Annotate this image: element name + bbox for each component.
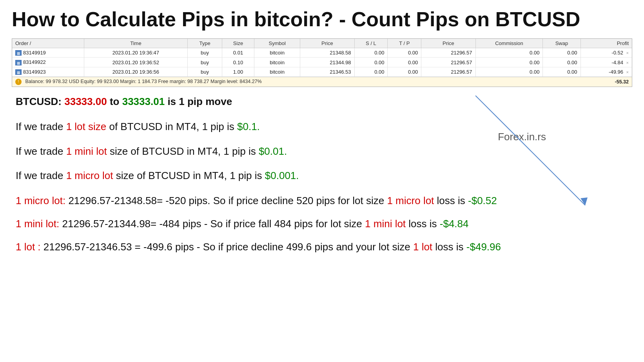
cell-order: ▦83149923 — [12, 67, 84, 77]
close-icon[interactable]: × — [626, 70, 629, 74]
total-loss: -55.32 — [615, 79, 629, 85]
balance-info: Balance: 99 978.32 USD Equity: 99 923.00… — [25, 79, 261, 85]
cell-commission: 0.00 — [475, 48, 543, 58]
pip-move-suffix: is 1 pip move — [167, 96, 232, 107]
calc-text-0: 21296.57-21348.58= -520 pips. So if pric… — [65, 195, 387, 206]
calc-label-0: 1 micro lot: — [16, 195, 65, 206]
col-sl: S / L — [354, 39, 388, 48]
pip-move-line: BTCUSD: 33333.00 to 33333.01 is 1 pip mo… — [16, 96, 628, 108]
info-line-1: If we trade 1 mini lot size of BTCUSD in… — [16, 144, 628, 158]
cell-commission: 0.00 — [475, 58, 543, 67]
col-type: Type — [188, 39, 222, 48]
info-highlight2-2: $0.001. — [265, 170, 299, 181]
cell-symbol: bitcoin — [254, 48, 300, 58]
cell-tp: 0.00 — [388, 48, 421, 58]
cell-time: 2023.01.20 19:36:52 — [84, 58, 188, 67]
trade-table: Order / Time Type Size Symbol Price S / … — [12, 39, 632, 77]
calc-line-2: 1 lot : 21296.57-21346.53 = -499.6 pips … — [16, 239, 628, 255]
info-prefix-2: If we trade — [16, 170, 66, 181]
cell-price-cur: 21296.57 — [421, 48, 475, 58]
table-row: ▦83149923 2023.01.20 19:36:56 buy 1.00 b… — [12, 67, 632, 77]
info-middle-1: size of BTCUSD in MT4, 1 pip is — [107, 145, 259, 157]
calc-loss-1: -$4.84 — [440, 218, 469, 230]
calc-text-1: 21296.57-21344.98= -484 pips - So if pri… — [62, 218, 365, 230]
row-icon: ▦ — [15, 50, 22, 56]
cell-time: 2023.01.20 19:36:47 — [84, 48, 188, 58]
row-icon: ▦ — [15, 69, 22, 75]
info-middle-2: size of BTCUSD in MT4, 1 pip is — [113, 170, 265, 181]
col-commission: Commission — [475, 39, 543, 48]
calc-lot-0: 1 micro lot — [387, 195, 434, 206]
cell-type: buy — [188, 48, 222, 58]
col-size: Size — [222, 39, 254, 48]
cell-time: 2023.01.20 19:36:56 — [84, 67, 188, 77]
calc-loss-0: -$0.52 — [468, 195, 497, 206]
cell-profit: -0.52 × — [581, 48, 632, 58]
col-price-cur: Price — [421, 39, 475, 48]
cell-profit: -49.96 × — [581, 67, 632, 77]
cell-type: buy — [188, 58, 222, 67]
col-price-open: Price — [300, 39, 354, 48]
col-profit: Profit — [581, 39, 632, 48]
pip-move-label: BTCUSD: — [16, 96, 62, 107]
cell-swap: 0.00 — [543, 58, 581, 67]
cell-order: ▦83149919 — [12, 48, 84, 58]
balance-text: ! Balance: 99 978.32 USD Equity: 99 923.… — [15, 79, 262, 85]
cell-order: ▦83149922 — [12, 58, 84, 67]
calc-label-1: 1 mini lot: — [16, 218, 62, 230]
col-swap: Swap — [543, 39, 581, 48]
cell-symbol: bitcoin — [254, 67, 300, 77]
calc-label-2: 1 lot : — [16, 241, 41, 253]
cell-swap: 0.00 — [543, 48, 581, 58]
cell-size: 0.10 — [222, 58, 254, 67]
calc-lot-2: 1 lot — [413, 241, 432, 253]
cell-profit: -4.84 × — [581, 58, 632, 67]
info-prefix-0: If we trade — [16, 121, 66, 132]
balance-row: ! Balance: 99 978.32 USD Equity: 99 923.… — [12, 77, 632, 87]
cell-price-cur: 21296.57 — [421, 67, 475, 77]
watermark: Forex.in.rs — [498, 131, 546, 143]
cell-tp: 0.00 — [388, 67, 421, 77]
calc-loss-2: -$49.96 — [466, 241, 501, 253]
info-line-2: If we trade 1 micro lot size of BTCUSD i… — [16, 168, 628, 183]
calc-lines-container: 1 micro lot: 21296.57-21348.58= -520 pip… — [16, 193, 628, 255]
table-header-row: Order / Time Type Size Symbol Price S / … — [12, 39, 632, 48]
calc-lot-1: 1 mini lot — [365, 218, 406, 230]
cell-price-open: 21346.53 — [300, 67, 354, 77]
cell-sl: 0.00 — [354, 58, 388, 67]
info-highlight1-0: 1 lot size — [66, 121, 107, 132]
calc-line-0: 1 micro lot: 21296.57-21348.58= -520 pip… — [16, 193, 628, 208]
calc-text-2: 21296.57-21346.53 = -499.6 pips - So if … — [41, 241, 413, 253]
info-highlight1-2: 1 micro lot — [66, 170, 113, 181]
trade-table-wrapper: Order / Time Type Size Symbol Price S / … — [12, 38, 632, 87]
col-tp: T / P — [388, 39, 421, 48]
col-order: Order / — [12, 39, 84, 48]
content-area: BTCUSD: 33333.00 to 33333.01 is 1 pip mo… — [12, 96, 632, 254]
table-row: ▦83149922 2023.01.20 19:36:52 buy 0.10 b… — [12, 58, 632, 67]
close-icon[interactable]: × — [626, 60, 629, 65]
cell-price-open: 21344.98 — [300, 58, 354, 67]
col-time: Time — [84, 39, 188, 48]
cell-swap: 0.00 — [543, 67, 581, 77]
cell-type: buy — [188, 67, 222, 77]
pip-move-val1: 33333.00 — [64, 96, 107, 107]
calc-suffix-1: loss is — [406, 218, 440, 230]
info-highlight2-0: $0.1. — [237, 121, 260, 132]
page-title: How to Calculate Pips in bitcoin? - Coun… — [12, 8, 632, 31]
pip-move-val2: 33333.01 — [122, 96, 165, 107]
info-middle-0: of BTCUSD in MT4, 1 pip is — [106, 121, 237, 132]
row-icon: ▦ — [15, 60, 22, 65]
cell-size: 1.00 — [222, 67, 254, 77]
warning-icon: ! — [15, 79, 22, 85]
cell-price-cur: 21296.57 — [421, 58, 475, 67]
close-icon[interactable]: × — [626, 51, 629, 55]
calc-suffix-2: loss is — [432, 241, 466, 253]
cell-tp: 0.00 — [388, 58, 421, 67]
cell-price-open: 21348.58 — [300, 48, 354, 58]
cell-size: 0.01 — [222, 48, 254, 58]
calc-suffix-0: loss is — [434, 195, 468, 206]
cell-symbol: bitcoin — [254, 58, 300, 67]
cell-sl: 0.00 — [354, 48, 388, 58]
pip-move-to: to — [110, 96, 122, 107]
table-row: ▦83149919 2023.01.20 19:36:47 buy 0.01 b… — [12, 48, 632, 58]
